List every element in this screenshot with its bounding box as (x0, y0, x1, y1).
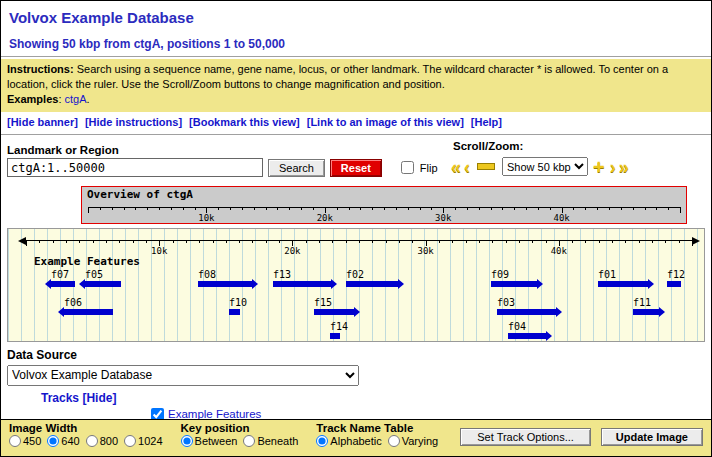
instructions-body: Search using a sequence name, gene name,… (7, 63, 668, 90)
key-position-option-beneath[interactable]: Beneath (243, 435, 298, 447)
ruler-tick (550, 207, 551, 210)
feature-f04[interactable] (508, 333, 546, 339)
key-position-group: Key position BetweenBeneath (181, 422, 305, 447)
feature-f03[interactable] (497, 309, 556, 315)
quick-link[interactable]: [Help] (471, 116, 502, 128)
quick-link[interactable]: [Hide banner] (7, 116, 78, 128)
track-name-table-option-varying[interactable]: Varying (388, 435, 438, 447)
tracks-hide-link[interactable]: [Hide] (82, 391, 116, 405)
flip-toggle[interactable]: Flip (397, 158, 438, 177)
ruler-tick (396, 207, 397, 210)
ruler-tick (656, 207, 657, 210)
ruler-tick (573, 207, 574, 210)
feature-label-f07: f07 (51, 269, 69, 280)
quick-link[interactable]: [Bookmark this view] (189, 116, 300, 128)
image-width-option-450[interactable]: 450 (9, 435, 41, 447)
position-summary: Showing 50 kbp from ctgA, positions 1 to… (9, 37, 711, 51)
image-width-option-label: 640 (61, 435, 79, 447)
feature-f13[interactable] (273, 281, 331, 287)
key-position-option-label: Beneath (257, 435, 298, 447)
image-width-options: 4506408001024 (9, 435, 169, 447)
feature-label-f15: f15 (314, 297, 332, 308)
image-width-radio-1024[interactable] (124, 435, 136, 447)
set-track-options-button[interactable]: Set Track Options... (460, 428, 591, 446)
key-position-radio-beneath[interactable] (243, 435, 255, 447)
ruler-tick (218, 207, 219, 210)
track-name-table-radio-varying[interactable] (388, 435, 400, 447)
ruler-tick (680, 207, 681, 213)
ruler-tick (242, 207, 243, 210)
quick-link[interactable]: [Hide instructions] (85, 116, 182, 128)
overview-panel[interactable]: Overview of ctgA 10k20k30k40k (81, 186, 687, 224)
feature-f12[interactable] (667, 281, 681, 287)
key-position-radio-between[interactable] (181, 435, 193, 447)
form-labels-row: Landmark or Region Scroll/Zoom: (1, 137, 711, 155)
scrollzoom-controls: « ‹ Show 50 kbp + › » (451, 155, 629, 179)
ruler-tick (633, 207, 634, 210)
feature-f08[interactable] (198, 281, 252, 287)
image-width-radio-800[interactable] (86, 435, 98, 447)
scroll-far-left-icon[interactable]: « (451, 158, 461, 176)
feature-f01[interactable] (598, 281, 648, 287)
search-button[interactable]: Search (268, 159, 325, 177)
feature-f09[interactable] (491, 281, 537, 287)
ruler-tick (124, 207, 125, 210)
key-position-option-between[interactable]: Between (181, 435, 238, 447)
feature-f07[interactable] (51, 281, 75, 287)
datasource-section: Data Source Volvox Example Database (1, 345, 711, 388)
ruler-tick (514, 207, 515, 210)
landmark-input[interactable] (7, 158, 263, 177)
image-width-option-800[interactable]: 800 (86, 435, 118, 447)
ruler-tick (135, 207, 136, 210)
detail-panel[interactable]: 10k20k30k40k Example Features f07f05f08f… (7, 228, 705, 342)
image-width-option-640[interactable]: 640 (47, 435, 79, 447)
feature-f06[interactable] (64, 309, 113, 315)
ruler-tick (621, 207, 622, 210)
ruler-tick (420, 207, 421, 210)
zoom-out-icon[interactable] (477, 163, 495, 170)
overview-title: Overview of ctgA (87, 188, 193, 201)
example-landmark-link[interactable]: ctgA (65, 93, 87, 105)
feature-label-f04: f04 (508, 321, 526, 332)
zoom-in-icon[interactable]: + (593, 158, 605, 176)
datasource-select[interactable]: Volvox Example Database (7, 365, 359, 386)
ruler-tick (171, 207, 172, 210)
feature-f05[interactable] (85, 281, 121, 287)
ruler-tick (491, 207, 492, 210)
scroll-right-icon[interactable]: › (610, 158, 616, 176)
feature-f11[interactable] (633, 309, 659, 315)
feature-label-f06: f06 (64, 297, 82, 308)
ruler-tick (337, 207, 338, 210)
update-image-button[interactable]: Update Image (601, 428, 703, 446)
page-title: Volvox Example Database (9, 9, 711, 26)
image-width-option-label: 800 (100, 435, 118, 447)
divider-links (1, 134, 711, 135)
image-width-option-1024[interactable]: 1024 (124, 435, 162, 447)
image-width-radio-450[interactable] (9, 435, 21, 447)
image-width-label: Image Width (9, 422, 169, 434)
quick-link[interactable]: [Link to an image of this view] (307, 116, 464, 128)
zoom-select[interactable]: Show 50 kbp (502, 157, 588, 176)
ruler-tick (502, 207, 503, 210)
feature-f10[interactable] (229, 309, 240, 315)
bottom-toolbar: Image Width 4506408001024 Key position B… (1, 419, 711, 456)
ruler-tick (467, 207, 468, 210)
scroll-far-right-icon[interactable]: » (619, 158, 629, 176)
track-name-table-radio-alphabetic[interactable] (316, 435, 328, 447)
ruler-tick (597, 207, 598, 210)
feature-f14[interactable] (330, 333, 340, 339)
features-layer: f07f05f08f13f02f09f01f12f06f10f15f03f11f… (8, 229, 704, 341)
feature-label-f12: f12 (667, 269, 685, 280)
feature-f02[interactable] (346, 281, 398, 287)
image-width-radio-640[interactable] (47, 435, 59, 447)
ruler-tick (230, 207, 231, 210)
feature-label-f08: f08 (198, 269, 216, 280)
ruler-tick (408, 207, 409, 210)
tracks-heading-row: Tracks [Hide] (41, 391, 705, 405)
track-name-table-option-alphabetic[interactable]: Alphabetic (316, 435, 381, 447)
scroll-left-icon[interactable]: ‹ (464, 158, 470, 176)
reset-button[interactable]: Reset (330, 159, 382, 177)
ruler-tick (349, 207, 350, 210)
feature-f15[interactable] (314, 309, 354, 315)
flip-checkbox[interactable] (401, 161, 414, 174)
